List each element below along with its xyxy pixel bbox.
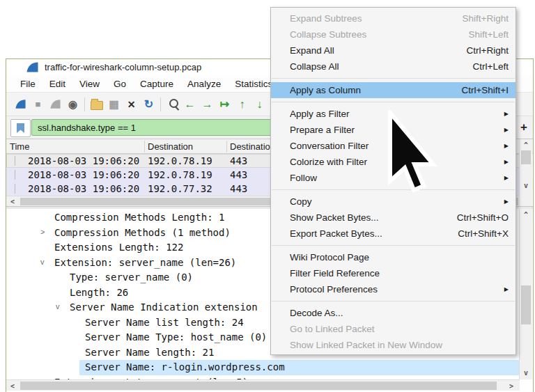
- submenu-arrow-icon: ▶: [504, 198, 509, 205]
- reload-button[interactable]: ↻: [140, 96, 157, 113]
- menu-item-label: Wiki Protocol Page: [290, 252, 369, 262]
- display-filter-value: ssl.handshake.type == 1: [38, 123, 136, 133]
- menu-item-label: Follow: [290, 173, 317, 183]
- menu-item-shortcut: Shift+Left: [469, 29, 509, 40]
- capture-options-icon: ◉: [68, 99, 77, 109]
- menubar-item-go[interactable]: Go: [107, 77, 133, 91]
- detail-vscrollbar[interactable]: ^ v: [519, 209, 532, 379]
- menu-item-label: Decode As...: [290, 308, 343, 318]
- menu-item-label: Show Packet Bytes...: [290, 212, 379, 223]
- scroll-down-icon[interactable]: v: [524, 182, 528, 189]
- menu-item-protocol-preferences[interactable]: Protocol Preferences▶: [271, 281, 515, 297]
- go-forward-button[interactable]: →: [199, 96, 216, 113]
- column-header-destination[interactable]: Destination: [148, 141, 193, 152]
- menu-item-label: Copy: [290, 196, 312, 207]
- detail-hscrollbar[interactable]: < >: [6, 379, 520, 391]
- close-file-button[interactable]: ✕: [123, 96, 140, 113]
- submenu-arrow-icon: ▶: [504, 111, 509, 117]
- stop-capture-icon: ■: [36, 100, 41, 109]
- detail-tree-text: Compression Methods Length: 1: [54, 212, 224, 223]
- start-capture-button[interactable]: [12, 96, 29, 113]
- go-last-packet-icon: ↓: [257, 99, 263, 110]
- menu-item-shortcut: Ctrl+Shift+O: [457, 212, 509, 223]
- menu-item-shortcut: Ctrl+Shift+I: [461, 85, 509, 95]
- menu-item-show-linked-packet-in-new-window: Show Linked Packet in New Window: [271, 337, 515, 353]
- stop-capture-button: ■: [29, 96, 47, 113]
- menu-item-label: Expand Subtrees: [290, 13, 362, 24]
- scroll-up-icon[interactable]: ^: [524, 142, 528, 149]
- cell-destination: 192.0.78.19: [148, 155, 212, 166]
- menu-item-label: Export Packet Bytes...: [290, 228, 382, 239]
- scroll-down-icon[interactable]: v: [524, 370, 528, 377]
- mouse-cursor-icon: [385, 110, 443, 207]
- menu-item-show-packet-bytes[interactable]: Show Packet Bytes...Ctrl+Shift+O: [271, 210, 515, 226]
- menu-item-decode-as[interactable]: Decode As...: [271, 305, 515, 321]
- toolbar-separator: [160, 97, 161, 111]
- menubar-item-view[interactable]: View: [72, 77, 107, 91]
- menu-item-label: Go to Linked Packet: [290, 324, 375, 334]
- go-to-packet-button[interactable]: ↦: [216, 96, 233, 113]
- go-back-icon: ←: [185, 99, 196, 110]
- find-packet-icon: [169, 99, 178, 108]
- menu-item-shortcut: Ctrl+Left: [473, 61, 509, 72]
- cell-destination: 192.0.77.32: [148, 183, 212, 194]
- menu-item-apply-as-column[interactable]: Apply as ColumnCtrl+Shift+I: [271, 82, 515, 98]
- detail-tree-line[interactable]: Server Name: r-login.wordpress.com: [6, 360, 520, 375]
- menubar-item-file[interactable]: File: [13, 77, 42, 91]
- column-header-time[interactable]: Time: [10, 141, 29, 152]
- detail-tree-text: Extension: server_name (len=26): [54, 257, 236, 268]
- collapsed-chevron-icon[interactable]: >: [40, 228, 45, 236]
- menu-item-label: Protocol Preferences: [290, 284, 378, 295]
- detail-tree-text: Length: 26: [70, 287, 128, 298]
- menu-item-collapse-subtrees: Collapse SubtreesShift+Left: [271, 26, 515, 42]
- column-separator[interactable]: [144, 141, 145, 152]
- scroll-right-icon[interactable]: >: [509, 383, 513, 390]
- go-first-packet-button[interactable]: ↑: [233, 96, 251, 113]
- reload-icon: ↻: [144, 99, 153, 110]
- submenu-arrow-icon: ▶: [504, 159, 509, 165]
- cell-port: 443: [230, 183, 247, 194]
- capture-options-button[interactable]: ◉: [64, 96, 82, 113]
- add-filter-button[interactable]: +: [517, 119, 531, 136]
- cell-port: 443: [230, 169, 247, 180]
- menu-item-filter-field-reference[interactable]: Filter Field Reference: [271, 265, 515, 281]
- column-separator[interactable]: [226, 141, 227, 152]
- menu-item-go-to-linked-packet: Go to Linked Packet: [271, 321, 515, 337]
- close-file-icon: ✕: [127, 100, 136, 109]
- open-file-icon: [91, 101, 103, 110]
- cell-time: 2018-08-03 19:06:20: [28, 155, 139, 166]
- scroll-left-icon[interactable]: <: [10, 198, 15, 205]
- menu-item-label: Expand All: [290, 45, 334, 56]
- filter-bookmark-button[interactable]: [10, 119, 31, 137]
- cell-port: 443: [230, 155, 247, 166]
- cell-destination: 192.0.78.19: [148, 169, 212, 180]
- menu-separator: [272, 245, 515, 246]
- packet-list-vscrollbar[interactable]: ^ v: [519, 139, 532, 206]
- scroll-left-icon[interactable]: <: [10, 383, 15, 390]
- scroll-up-icon[interactable]: ^: [524, 212, 528, 219]
- submenu-arrow-icon: ▶: [504, 286, 509, 292]
- bookmark-icon: [17, 123, 24, 133]
- window-title: traffic-for-wireshark-column-setup.pcap: [45, 62, 201, 72]
- menubar-item-analyze[interactable]: Analyze: [180, 77, 228, 91]
- save-file-icon: ▦: [109, 99, 118, 109]
- expanded-chevron-icon[interactable]: v: [40, 258, 45, 266]
- menu-item-export-packet-bytes[interactable]: Export Packet Bytes...Ctrl+Shift+X: [271, 226, 515, 242]
- find-packet-button[interactable]: [164, 96, 181, 113]
- go-to-packet-icon: ↦: [220, 99, 229, 110]
- menu-item-collapse-all[interactable]: Collapse AllCtrl+Left: [271, 58, 515, 75]
- go-back-button[interactable]: ←: [181, 96, 199, 113]
- menu-item-label: Show Linked Packet in New Window: [290, 340, 442, 350]
- menu-item-label: Apply as Filter: [290, 109, 350, 119]
- menu-item-wiki-protocol-page[interactable]: Wiki Protocol Page: [271, 249, 515, 265]
- menubar-item-edit[interactable]: Edit: [42, 77, 72, 91]
- menu-item-label: Apply as Column: [290, 85, 361, 95]
- menu-item-expand-all[interactable]: Expand AllCtrl+Right: [271, 42, 515, 58]
- open-file-button[interactable]: [88, 96, 105, 113]
- expanded-chevron-icon[interactable]: v: [56, 302, 60, 311]
- go-forward-icon: →: [202, 99, 213, 110]
- menubar-item-capture[interactable]: Capture: [133, 77, 180, 91]
- screenshot-stage: traffic-for-wireshark-column-setup.pcap …: [0, 0, 535, 392]
- go-last-packet-button[interactable]: ↓: [251, 96, 268, 113]
- submenu-arrow-icon: ▶: [504, 175, 509, 181]
